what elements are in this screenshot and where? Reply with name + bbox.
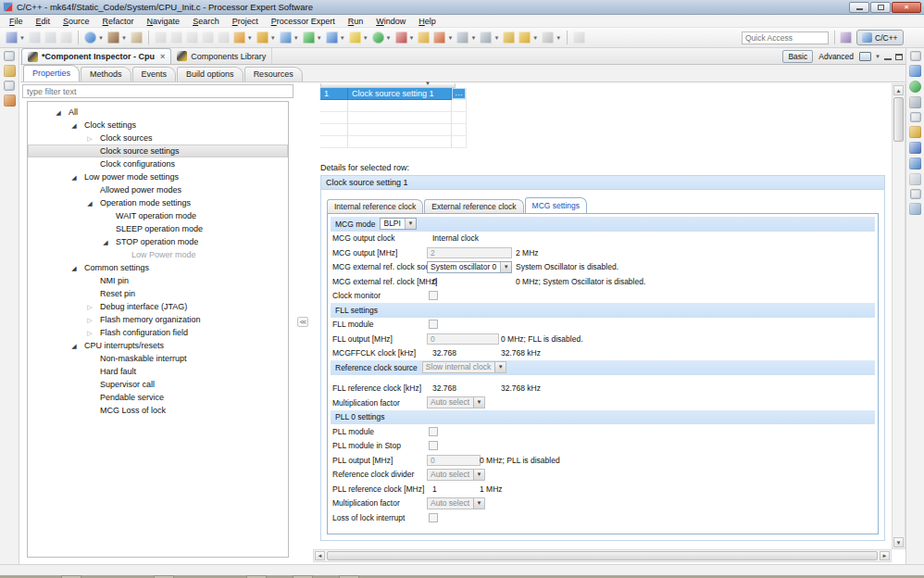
- forward-dropdown-icon[interactable]: ▼: [556, 35, 561, 41]
- toolbox-button[interactable]: ▼: [256, 31, 277, 44]
- property-select[interactable]: Auto select▼: [427, 396, 485, 408]
- tree-item-wait-operation-mode[interactable]: WAIT operation mode: [28, 209, 288, 222]
- basic-mode-button[interactable]: Basic: [782, 50, 813, 63]
- type-hierarchy-icon[interactable]: [4, 94, 16, 107]
- tab-properties[interactable]: Properties: [23, 65, 80, 82]
- minimize-view-icon[interactable]: [884, 57, 892, 60]
- property-input[interactable]: 2: [427, 247, 512, 258]
- mark-occurrences-button[interactable]: [201, 31, 215, 44]
- filter-input[interactable]: [22, 84, 293, 98]
- quick-access-input[interactable]: [742, 31, 829, 44]
- collapse-tree-button[interactable]: <<: [297, 317, 308, 327]
- tree-expanded-icon[interactable]: ◢: [69, 340, 80, 353]
- debug-attach-button[interactable]: ▼: [83, 31, 105, 44]
- dropdown-arrow-icon[interactable]: ▼: [473, 397, 484, 408]
- tasks-view-icon[interactable]: [909, 142, 921, 154]
- last-edit-button[interactable]: [502, 31, 516, 44]
- close-tab-icon[interactable]: ×: [160, 52, 165, 61]
- new-pe-project-button[interactable]: ▼: [232, 31, 254, 44]
- new-wizard-dropdown-icon[interactable]: ▼: [19, 35, 25, 41]
- tree-expanded-icon[interactable]: ◢: [69, 171, 80, 184]
- dropdown-arrow-icon[interactable]: ▼: [494, 362, 506, 372]
- view-menu-icon[interactable]: ▼: [875, 54, 880, 59]
- close-button[interactable]: ×: [892, 2, 921, 13]
- grid-row-selected[interactable]: 1 Clock source setting 1 …: [320, 88, 467, 100]
- new-wizard-button[interactable]: ▼: [5, 31, 26, 44]
- grid-empty-row[interactable]: [320, 112, 467, 124]
- property-checkbox[interactable]: [429, 427, 438, 436]
- property-checkbox[interactable]: [429, 291, 438, 300]
- back-button[interactable]: ▼: [518, 31, 539, 44]
- external-tools-dropdown-icon[interactable]: ▼: [363, 35, 368, 41]
- menu-item-processor-expert[interactable]: Processor Expert: [265, 15, 342, 28]
- tree-item-supervisor-call[interactable]: Supervisor call: [28, 378, 288, 391]
- tree-expanded-icon[interactable]: ◢: [100, 236, 111, 249]
- tree-item-sleep-operation-mode[interactable]: SLEEP operation mode: [28, 222, 288, 235]
- menu-item-project[interactable]: Project: [226, 15, 265, 28]
- advanced-mode-button[interactable]: Advanced: [817, 52, 855, 61]
- tree-item-operation-mode-settings[interactable]: ◢Operation mode settings: [28, 196, 288, 209]
- menu-item-navigate[interactable]: Navigate: [141, 15, 187, 28]
- maximize-button[interactable]: [870, 2, 891, 13]
- property-checkbox[interactable]: [429, 513, 438, 522]
- grid-empty-row[interactable]: [320, 124, 467, 136]
- profile-dropdown-icon[interactable]: ▼: [409, 35, 415, 41]
- tree-item-pendable-service[interactable]: Pendable service: [28, 391, 288, 404]
- run-button[interactable]: ▼: [371, 31, 393, 44]
- tree-collapsed-icon[interactable]: ▷: [84, 327, 95, 340]
- debug-attach-dropdown-icon[interactable]: ▼: [98, 35, 104, 41]
- tree-expanded-icon[interactable]: ◢: [53, 107, 64, 119]
- external-tools-button[interactable]: ▼: [348, 31, 369, 44]
- tree-item-all[interactable]: ◢All: [28, 106, 288, 119]
- grid-column-header[interactable]: ▼: [320, 83, 456, 88]
- tree-item-flash-configuration-field[interactable]: ▷Flash configuration field: [28, 326, 288, 339]
- monitor-icon[interactable]: [859, 52, 871, 61]
- menu-item-run[interactable]: Run: [342, 15, 370, 28]
- make-target-button[interactable]: [130, 31, 144, 44]
- coverage-dropdown-icon[interactable]: ▼: [317, 35, 322, 41]
- tree-collapsed-icon[interactable]: ▷: [84, 301, 95, 314]
- property-select[interactable]: System oscillator 0▼: [427, 261, 512, 273]
- restore-view-icon[interactable]: [910, 51, 921, 61]
- new-c-file-button[interactable]: ▼: [279, 31, 300, 44]
- pane-splitter[interactable]: <<: [294, 83, 313, 564]
- maximize-view-icon[interactable]: [895, 54, 903, 60]
- property-select[interactable]: BLPI▼: [380, 218, 416, 230]
- menu-item-refactor[interactable]: Refactor: [96, 15, 141, 28]
- details-tab-external-reference-clock[interactable]: External reference clock: [424, 199, 523, 213]
- new-pe-project-dropdown-icon[interactable]: ▼: [247, 35, 253, 41]
- back-dropdown-icon[interactable]: ▼: [532, 35, 538, 41]
- console-view-icon[interactable]: [909, 157, 921, 170]
- cpp-perspective-button[interactable]: C/C++: [856, 30, 904, 45]
- annotations-button[interactable]: ▼: [325, 31, 346, 44]
- highlighter-button[interactable]: ▼: [432, 31, 454, 44]
- scroll-left-icon[interactable]: ◄: [315, 551, 325, 560]
- property-checkbox[interactable]: [429, 320, 438, 329]
- device-view-icon[interactable]: [909, 96, 921, 108]
- menu-item-source[interactable]: Source: [56, 15, 96, 28]
- restore-view-icon[interactable]: [4, 81, 15, 91]
- menu-item-search[interactable]: Search: [186, 15, 226, 28]
- restore-view-icon[interactable]: [4, 51, 15, 61]
- format-brush-button[interactable]: [169, 31, 183, 44]
- tree-item-reset-pin[interactable]: Reset pin: [28, 287, 288, 300]
- profile-button[interactable]: ▼: [394, 31, 416, 44]
- tree-collapsed-icon[interactable]: ▷: [84, 314, 95, 327]
- build-dropdown-icon[interactable]: ▼: [121, 35, 127, 41]
- annotations-dropdown-icon[interactable]: ▼: [340, 35, 345, 41]
- grid-row-more-button[interactable]: …: [452, 88, 467, 100]
- tree-item-debug-interface-jtag[interactable]: ▷Debug interface (JTAG): [28, 300, 288, 313]
- split-editor-icon[interactable]: [909, 203, 921, 215]
- prev-annotation-dropdown-icon[interactable]: ▼: [470, 35, 476, 41]
- vertical-scroll-thumb[interactable]: [893, 97, 904, 142]
- next-annotation-dropdown-icon[interactable]: ▼: [493, 35, 499, 41]
- restore-view-icon[interactable]: [910, 112, 921, 122]
- scroll-up-icon[interactable]: ▲: [893, 85, 904, 95]
- print-button[interactable]: [59, 31, 73, 44]
- tree-item-nmi-pin[interactable]: NMI pin: [28, 274, 288, 287]
- property-input[interactable]: 0: [427, 333, 499, 345]
- editor-tab-components-library[interactable]: Components Library: [171, 48, 272, 64]
- property-select[interactable]: Slow internal clock▼: [422, 361, 506, 373]
- horizontal-scrollbar[interactable]: ◄ ►: [313, 549, 892, 562]
- target-connections-icon[interactable]: [909, 81, 921, 93]
